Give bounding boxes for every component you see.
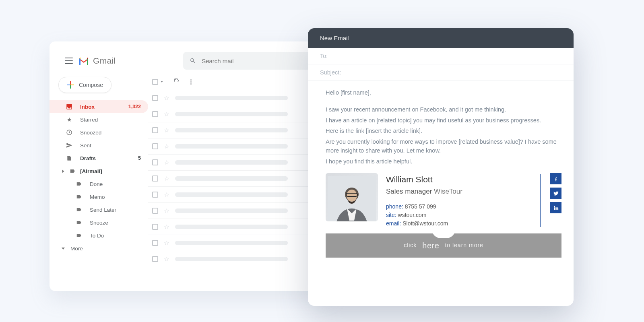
sidebar-item-snoozed[interactable]: Snoozed <box>50 126 148 139</box>
sidebar-item-drafts[interactable]: Drafts 5 <box>50 152 148 165</box>
star-icon[interactable]: ☆ <box>164 159 169 166</box>
star-icon[interactable]: ☆ <box>164 175 169 182</box>
search-input[interactable] <box>202 58 310 64</box>
body-p3: Here is the link [insert the article lin… <box>326 126 561 135</box>
inbox-icon <box>66 103 73 110</box>
row-checkbox[interactable] <box>152 224 158 230</box>
refresh-icon[interactable] <box>173 78 180 85</box>
sidebar-item-done[interactable]: Done <box>50 178 148 190</box>
row-checkbox[interactable] <box>152 159 158 165</box>
mail-row[interactable]: ☆ <box>148 138 319 154</box>
star-icon[interactable]: ☆ <box>164 126 169 134</box>
label-icon <box>75 232 83 239</box>
inbox-count: 1,322 <box>128 104 141 109</box>
row-checkbox[interactable] <box>152 256 158 262</box>
gmail-logo: Gmail <box>78 56 116 66</box>
mail-row[interactable]: ☆ <box>148 106 319 122</box>
drafts-label: Drafts <box>80 155 96 161</box>
star-icon[interactable]: ☆ <box>164 223 169 231</box>
mail-preview-skeleton <box>175 257 288 261</box>
sidebar-item-starred[interactable]: ★ Starred <box>50 113 148 126</box>
banner-pre: click <box>404 241 417 250</box>
mail-row[interactable]: ☆ <box>148 202 319 219</box>
gmail-body: Compose Inbox 1,322 ★ Starred Snoozed Se… <box>50 77 331 288</box>
row-checkbox[interactable] <box>152 240 158 246</box>
facebook-icon[interactable] <box>550 173 561 184</box>
plus-icon <box>67 81 74 89</box>
sidebar-item-inbox[interactable]: Inbox 1,322 <box>50 100 148 113</box>
signature-divider <box>540 174 541 227</box>
to-field[interactable]: To: <box>308 48 574 64</box>
compose-title: New Email <box>308 28 574 48</box>
row-checkbox[interactable] <box>152 127 158 133</box>
star-icon[interactable]: ☆ <box>164 142 169 150</box>
body-greeting: Hello [first name], <box>326 88 561 97</box>
subject-field[interactable]: Subject: <box>308 64 574 81</box>
cta-banner[interactable]: click here to learn more <box>326 233 561 258</box>
gmail-header: Gmail <box>50 52 331 70</box>
select-all-checkbox[interactable] <box>152 79 158 85</box>
starred-label: Starred <box>80 117 98 123</box>
compose-body[interactable]: Hello [first name], I saw your recent an… <box>308 81 574 258</box>
mail-preview-skeleton <box>175 128 288 132</box>
mail-row[interactable]: ☆ <box>148 170 319 186</box>
star-icon: ★ <box>66 116 73 123</box>
star-icon[interactable]: ☆ <box>164 191 169 198</box>
mail-list: ☆☆☆☆☆☆☆☆☆☆☆ <box>148 77 331 288</box>
sidebar-item-send-later[interactable]: Send Later <box>50 203 148 216</box>
menu-icon[interactable] <box>65 58 73 64</box>
select-caret-icon[interactable] <box>161 81 163 83</box>
sidebar-item-sent[interactable]: Sent <box>50 139 148 152</box>
compose-window: New Email To: Subject: Hello [first name… <box>308 28 574 306</box>
svg-point-2 <box>347 190 357 202</box>
avatar <box>326 173 378 221</box>
search-bar[interactable] <box>183 52 316 70</box>
gmail-m-icon <box>78 57 89 65</box>
mail-row[interactable]: ☆ <box>148 122 319 138</box>
list-toolbar <box>148 77 319 90</box>
body-p1: I saw your recent announcement on Facebo… <box>326 105 561 114</box>
star-icon[interactable]: ☆ <box>164 207 169 215</box>
row-checkbox[interactable] <box>152 111 158 117</box>
clock-icon <box>66 129 73 136</box>
body-p2: I have an article on [related topic] you… <box>326 116 561 125</box>
sidebar-item-snooze[interactable]: Snooze <box>50 216 148 229</box>
mail-row[interactable]: ☆ <box>148 251 319 267</box>
inbox-label: Inbox <box>80 104 95 110</box>
label-icon <box>69 167 76 175</box>
mail-row[interactable]: ☆ <box>148 219 319 235</box>
sidebar-item-airmail[interactable]: [Airmail] <box>50 165 148 178</box>
snoozed-label: Snoozed <box>80 130 101 136</box>
sidebar-item-more[interactable]: More <box>50 242 148 255</box>
mail-preview-skeleton <box>175 160 288 165</box>
twitter-icon[interactable] <box>550 188 561 199</box>
star-icon[interactable]: ☆ <box>164 255 169 263</box>
mail-preview-skeleton <box>175 176 288 181</box>
star-icon[interactable]: ☆ <box>164 239 169 247</box>
sidebar-item-memo[interactable]: Memo <box>50 190 148 203</box>
mail-row[interactable]: ☆ <box>148 90 319 106</box>
mail-row[interactable]: ☆ <box>148 235 319 251</box>
star-icon[interactable]: ☆ <box>164 110 169 118</box>
mail-row[interactable]: ☆ <box>148 186 319 202</box>
row-checkbox[interactable] <box>152 175 158 182</box>
more-label: More <box>70 246 83 252</box>
row-checkbox[interactable] <box>152 192 158 198</box>
mail-row[interactable]: ☆ <box>148 154 319 170</box>
label-icon <box>75 193 83 200</box>
search-icon <box>190 57 196 64</box>
email-signature: William Slott Sales manager WiseTour pho… <box>326 173 561 228</box>
linkedin-icon[interactable] <box>550 202 561 213</box>
row-checkbox[interactable] <box>152 208 158 214</box>
caret-icon <box>62 169 64 173</box>
star-icon[interactable]: ☆ <box>164 94 169 102</box>
banner-mid: here <box>422 239 439 252</box>
row-checkbox[interactable] <box>152 95 158 101</box>
sidebar-item-to-do[interactable]: To Do <box>50 229 148 242</box>
label-icon <box>75 180 83 188</box>
more-icon[interactable] <box>190 79 192 85</box>
file-icon <box>66 155 73 162</box>
compose-button[interactable]: Compose <box>58 77 111 93</box>
send-icon <box>66 142 73 149</box>
row-checkbox[interactable] <box>152 143 158 149</box>
